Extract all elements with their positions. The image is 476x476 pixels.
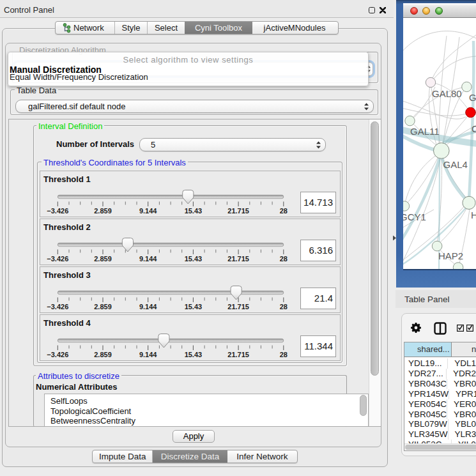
svg-text:GAL80: GAL80 bbox=[432, 88, 462, 99]
svg-text:−3.426: −3.426 bbox=[47, 255, 68, 263]
svg-text:15.43: 15.43 bbox=[185, 351, 203, 358]
svg-text:15.43: 15.43 bbox=[185, 207, 203, 215]
svg-text:21.715: 21.715 bbox=[227, 207, 249, 215]
svg-text:28: 28 bbox=[280, 351, 288, 358]
svg-text:21.715: 21.715 bbox=[227, 255, 249, 263]
svg-text:GAL11: GAL11 bbox=[410, 126, 440, 137]
svg-text:−3.426: −3.426 bbox=[47, 351, 68, 358]
svg-text:21.715: 21.715 bbox=[227, 351, 249, 358]
svg-text:21.715: 21.715 bbox=[227, 303, 249, 311]
svg-text:28: 28 bbox=[280, 303, 288, 311]
svg-text:2.859: 2.859 bbox=[94, 255, 112, 263]
svg-text:C: C bbox=[472, 123, 476, 134]
svg-text:28: 28 bbox=[280, 255, 288, 263]
svg-text:9.144: 9.144 bbox=[139, 303, 157, 311]
svg-text:2.859: 2.859 bbox=[94, 207, 112, 215]
svg-text:28: 28 bbox=[280, 207, 288, 215]
svg-text:15.43: 15.43 bbox=[185, 303, 203, 311]
svg-text:9.144: 9.144 bbox=[139, 255, 157, 263]
svg-text:9.144: 9.144 bbox=[139, 207, 157, 215]
svg-text:GA: GA bbox=[469, 92, 476, 103]
svg-text:9.144: 9.144 bbox=[139, 351, 157, 358]
svg-text:−3.426: −3.426 bbox=[47, 303, 68, 311]
svg-text:HAP2: HAP2 bbox=[438, 250, 463, 261]
svg-text:2.859: 2.859 bbox=[94, 303, 112, 311]
svg-text:GCY1: GCY1 bbox=[403, 211, 426, 222]
svg-text:15.43: 15.43 bbox=[185, 255, 203, 263]
svg-text:GAL4: GAL4 bbox=[443, 159, 468, 170]
svg-text:2.859: 2.859 bbox=[94, 351, 112, 358]
svg-text:−3.426: −3.426 bbox=[47, 207, 68, 215]
svg-text:H: H bbox=[471, 210, 476, 220]
